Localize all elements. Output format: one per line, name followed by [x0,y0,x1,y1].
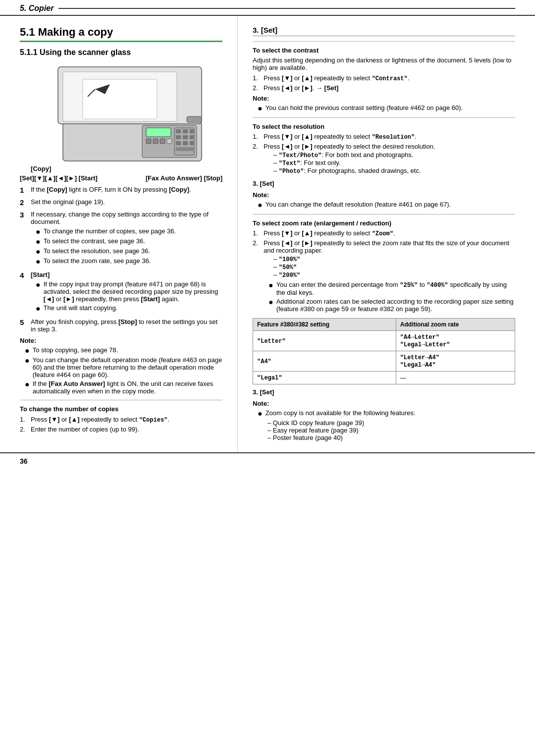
zoom-table-cell-1-2: "A4→Letter""Legal→Letter" [396,331,515,351]
svg-rect-9 [183,129,188,133]
svg-rect-5 [160,139,165,144]
page-number: 36 [20,457,28,465]
divider-r3 [253,214,515,215]
step-4-bullet-1-text: If the copy input tray prompt (feature #… [44,280,222,303]
zoom-dash-1: "100%" [273,255,515,263]
svg-rect-23 [187,116,202,122]
resolution-note-text: You can change the default resolution (f… [266,201,451,208]
bullet-dot: ● [36,238,41,246]
contrast-step-2: 2. Press [◄] or [►]. → [Set] [253,84,515,92]
bullet-dot: ● [36,248,41,256]
contrast-note-label: Note: [253,95,515,102]
step-3-bullet-4: ● To select the zoom rate, see page 36. [31,257,222,266]
zoom-table-row-3: "Legal" — [253,372,515,384]
svg-rect-2 [146,128,171,137]
divider-1 [20,400,222,400]
divider-r1 [253,41,515,42]
note-bullet-1-text: To stop copying, see page 78. [33,346,118,354]
step-3-bullet-3-text: To select the resolution, see page 36. [44,247,150,255]
zoom-table-cell-3-2: — [396,372,515,384]
copies-step-1: 1. Press [▼] or [▲] repeatedly to select… [20,416,222,424]
copies-step-1-text: Press [▼] or [▲] repeatedly to select "C… [31,416,169,424]
top-header: 5. Copier [0,0,535,16]
zoom-table-header-1: Feature #380/#382 setting [253,319,396,331]
zoom-table-cell-3-1: "Legal" [253,372,396,384]
bullet-dot: ● [268,281,273,289]
bullet-dot: ● [36,258,41,266]
step-2-num: 2 [20,198,31,207]
contrast-note: Note: ● You can hold the previous contra… [253,95,515,112]
left-column: 5.1 Making a copy 5.1.1 Using the scanne… [0,16,238,452]
zoom-note-bullet-1-text: Zoom copy is not available for the follo… [266,409,416,417]
resolution-step-2: 2. Press [◄] or [►] repeatedly to select… [253,143,515,176]
resolution-step-2-num: 2. [253,143,264,176]
copies-step-2-num: 2. [20,426,31,433]
zoom-table-cell-1-1: "Letter" [253,331,396,351]
contrast-desc: Adjust this setting depending on the dar… [253,56,515,71]
bullet-dot: ● [258,105,263,112]
note-bullet-3: ● If the [Fax Auto Answer] light is ON, … [20,380,222,395]
step-3-bullet-3: ● To select the resolution, see page 36. [31,247,222,256]
resolution-note-bullet: ● You can change the default resolution … [253,201,515,209]
page: 5. Copier 5.1 Making a copy 5.1.1 Using … [0,0,535,756]
step-4-bullet-1: ● If the copy input tray prompt (feature… [31,280,222,303]
contrast-section: To select the contrast Adjust this setti… [253,47,515,112]
svg-rect-14 [176,141,181,145]
zoom-dash-3: "200%" [273,271,515,279]
contrast-note-bullet: ● You can hold the previous contrast set… [253,104,515,112]
svg-rect-10 [190,129,194,133]
section-title: 5.1 Making a copy [20,26,222,42]
contrast-step-2-text: Press [◄] or [►]. → [Set] [264,84,338,92]
resolution-section: To select the resolution 1. Press [▼] or… [253,123,515,209]
step-5: 5 After you finish copying, press [Stop]… [20,318,222,333]
step-3-bullet-2-text: To select the contrast, see page 36. [44,237,145,245]
step-3-bullet-4-text: To select the zoom rate, see page 36. [44,257,151,265]
zoom-step-1: 1. Press [▼] or [▲] repeatedly to select… [253,229,515,237]
svg-rect-17 [176,147,194,151]
zoom-table-cell-2-1: "A4" [253,351,396,372]
contrast-step-2-num: 2. [253,84,264,92]
zoom-bullet-2-text: Additional zoom rates can be selected ac… [276,298,515,313]
copies-step-1-num: 1. [20,416,31,424]
note-section: Note: ● To stop copying, see page 78. ● … [20,337,222,395]
svg-rect-13 [190,135,194,139]
step-2-content: Set the original (page 19). [31,198,222,206]
zoom-step-2-num: 2. [253,239,264,314]
step-4-bullet-2: ● The unit will start copying. [31,304,222,313]
resolution-step-1: 1. Press [▼] or [▲] repeatedly to select… [253,133,515,141]
step-4-content: [Start] ● If the copy input tray prompt … [31,271,222,314]
step-2: 2 Set the original (page 19). [20,198,222,207]
contrast-step-1-text: Press [▼] or [▲] repeatedly to select "C… [264,74,409,82]
scanner-image [53,62,212,172]
resolution-step-1-num: 1. [253,133,264,141]
contrast-note-text: You can hold the previous contrast setti… [266,104,463,111]
zoom-bullet-2: ● Additional zoom rates can be selected … [264,298,515,313]
scanner-image-container: [Copy] [20,62,222,182]
zoom-step-2: 2. Press [◄] or [►] repeatedly to select… [253,239,515,314]
contrast-step-1: 1. Press [▼] or [▲] repeatedly to select… [253,74,515,82]
header-line [58,8,515,9]
svg-rect-11 [176,135,181,139]
resolution-set-header: 3. [Set] [253,180,515,187]
zoom-step-2-content: Press [◄] or [►] repeatedly to select th… [264,239,515,314]
zoom-table-cell-2-2: "Letter→A4""Legal→A4" [396,351,515,372]
resolution-note-label: Note: [253,191,515,199]
step-3-bullet-1: ● To change the number of copies, see pa… [31,227,222,236]
right-column: 3. [Set] To select the contrast Adjust t… [238,16,535,452]
zoom-set-header: 3. [Set] [253,388,515,396]
step-1-num: 1 [20,186,31,194]
note-label: Note: [20,337,222,344]
note-bullet-2-text: You can change the default operation mod… [33,356,222,378]
resolution-dash-3: "Photo": For photographs, shaded drawing… [273,167,435,175]
step-3-num: 3 [20,211,31,219]
resolution-dash-2: "Text": For text only. [273,159,435,167]
zoom-bullet-1: ● You can enter the desired percentage f… [264,281,515,296]
footer: 36 [0,452,535,469]
bullet-dot: ● [25,347,30,355]
right-step3-header: 3. [Set] [253,26,515,36]
bullet-dot: ● [258,410,263,418]
zoom-table-row-2: "A4" "Letter→A4""Legal→A4" [253,351,515,372]
zoom-step-1-num: 1. [253,229,264,237]
bullet-dot: ● [25,357,30,365]
step-4: 4 [Start] ● If the copy input tray promp… [20,271,222,314]
